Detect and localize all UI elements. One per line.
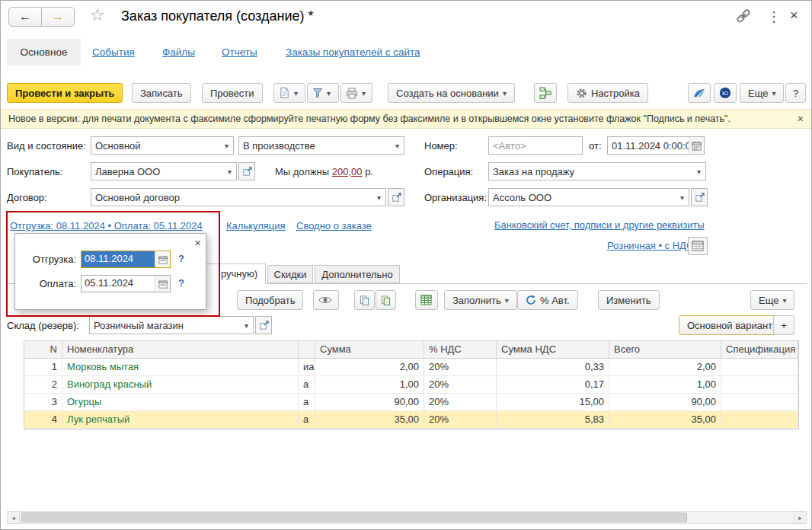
discuss-button[interactable] [688,83,711,103]
cell-clipped[interactable]: а [299,394,315,411]
forward-button[interactable]: → [41,7,75,27]
spreadsheet-button[interactable] [415,290,438,310]
cell-sum[interactable]: 90,00 [315,394,424,411]
auto-discount-button[interactable]: % Авт. [517,290,578,310]
customer-combo[interactable]: Лаверна ООО ▾ [91,162,237,180]
scroll-right-button[interactable]: ▸ [794,511,807,524]
cell-clipped[interactable]: а [299,411,315,429]
post-button[interactable]: Провести [202,83,263,103]
number-field[interactable]: <Авто> [488,136,583,155]
cell-total[interactable]: 1,00 [609,376,721,394]
warehouse-open-button[interactable] [255,316,272,334]
cell-specification[interactable] [721,394,798,411]
chevron-down-icon[interactable]: ▾ [391,142,404,150]
header-nomenclature[interactable]: Номенклатура [62,341,299,359]
chevron-down-icon[interactable]: ▾ [223,168,236,176]
variant-button[interactable]: Основной вариант [679,315,781,335]
header-n[interactable]: N [24,341,62,359]
save-button[interactable]: Записать [132,83,191,103]
popup-close-button[interactable]: × [194,236,201,249]
contract-open-button[interactable] [388,188,404,206]
cell-nomenclature[interactable]: Лук репчатый [62,411,299,429]
chevron-down-icon[interactable]: ▾ [676,193,689,202]
popup-shipment-input[interactable]: 08.11.2024 [81,251,171,268]
cell-specification[interactable] [721,376,798,394]
table-row[interactable]: 3 Огурцы а 90,00 20% 15,00 90,00 [24,394,798,411]
cell-sum[interactable]: 1,00 [315,376,424,394]
pick-items-button[interactable]: Подобрать [237,290,303,310]
document-templates-button[interactable]: ▾ [273,83,305,103]
paste-rows-button[interactable] [376,290,396,310]
organization-combo[interactable]: Ассоль ООО ▾ [488,188,689,206]
cell-nomenclature[interactable]: Морковь мытая [62,359,299,376]
create-based-on-button[interactable]: Создать на основании▾ [388,83,515,103]
header-vat-percent[interactable]: % НДС [424,341,497,359]
cell-vat-sum[interactable]: 5,83 [497,411,609,429]
table-row[interactable]: 1 Морковь мытая иа 2,00 20% 0,33 2,00 [24,359,798,376]
cell-clipped[interactable]: иа [299,359,315,376]
cell-nomenclature[interactable]: Виноград красный [62,376,299,394]
header-total[interactable]: Всего [609,341,721,359]
table-row[interactable]: 2 Виноград красный а 1,00 20% 0,17 1,00 [24,376,798,394]
filter-button[interactable]: ▾ [307,83,339,103]
cell-nomenclature[interactable]: Огурцы [62,394,299,411]
tab-events[interactable]: События [92,46,135,58]
state-combo[interactable]: В производстве ▾ [238,136,404,155]
cell-total[interactable]: 2,00 [609,359,721,376]
operation-combo[interactable]: Заказ на продажу ▾ [488,162,706,180]
cell-total[interactable]: 90,00 [609,394,721,411]
header-vat-sum[interactable]: Сумма НДС [497,341,609,359]
cell-vat-sum[interactable]: 0,33 [497,359,609,376]
kind-combo[interactable]: Основной ▾ [91,136,234,155]
yookassa-button[interactable]: Ю [714,83,737,103]
items-more-button[interactable]: Еще▾ [750,290,794,310]
post-and-close-button[interactable]: Провести и закрыть [7,83,123,103]
warehouse-combo[interactable]: Розничный магазин ▾ [89,316,254,334]
customer-open-button[interactable] [238,162,255,180]
popup-payment-input[interactable]: 05.11.2024 [81,275,171,292]
debt-amount-link[interactable]: 200,00 [332,166,363,177]
tab-discounts[interactable]: Скидки [267,265,313,283]
chevron-down-icon[interactable]: ▾ [372,193,385,202]
bank-details-link[interactable]: Банковский счет, подписи и другие реквиз… [494,219,705,231]
help-button[interactable]: ? [785,83,806,103]
cell-n[interactable]: 2 [24,376,62,394]
popup-payment-calendar-button[interactable] [155,276,170,292]
copy-rows-button[interactable] [354,290,375,310]
popup-shipment-help-link[interactable]: ? [178,253,184,264]
contract-combo[interactable]: Основной договор ▾ [91,188,386,206]
price-type-link[interactable]: Розничная • с НДС [607,240,693,251]
cell-specification[interactable] [721,359,798,376]
tab-files[interactable]: Файлы [162,46,195,58]
notification-close-button[interactable]: × [798,113,804,125]
organization-open-button[interactable] [691,188,708,206]
cell-total[interactable]: 35,00 [609,411,721,429]
cell-vat-percent[interactable]: 20% [424,376,497,394]
cell-n[interactable]: 1 [24,359,62,376]
header-specification[interactable]: Спецификация [721,341,798,359]
cell-vat-percent[interactable]: 20% [424,394,497,411]
cell-vat-sum[interactable]: 15,00 [497,394,609,411]
more-button[interactable]: Еще▾ [740,83,784,103]
tab-site-orders[interactable]: Заказы покупателей с сайта [286,46,420,58]
tab-main[interactable]: Основное [7,39,81,65]
shipment-payment-link[interactable]: Отгрузка: 08.11.2024 • Оплата: 05.11.202… [10,220,203,231]
table-row-selected[interactable]: 4 Лук репчатый а 35,00 20% 5,83 35,00 [24,411,798,429]
cell-sum[interactable]: 2,00 [315,359,424,376]
add-variant-button[interactable]: + [773,315,794,335]
price-settings-button[interactable] [688,237,708,255]
calculation-link[interactable]: Калькуляция [226,220,286,231]
get-link-button[interactable] [735,8,752,27]
document-structure-button[interactable] [534,83,557,103]
back-button[interactable]: ← [8,7,42,27]
cell-vat-percent[interactable]: 20% [424,359,497,376]
tab-additional[interactable]: Дополнительно [315,265,400,283]
fill-button[interactable]: Заполнить▾ [444,290,517,310]
view-button[interactable] [313,290,339,310]
cell-n[interactable]: 4 [24,411,62,429]
horizontal-scrollbar[interactable]: ◂ ▸ [7,511,807,524]
cell-n[interactable]: 3 [24,394,62,411]
close-window-button[interactable]: × [790,8,798,24]
cell-vat-sum[interactable]: 0,17 [497,376,609,394]
order-summary-link[interactable]: Сводно о заказе [296,220,372,231]
